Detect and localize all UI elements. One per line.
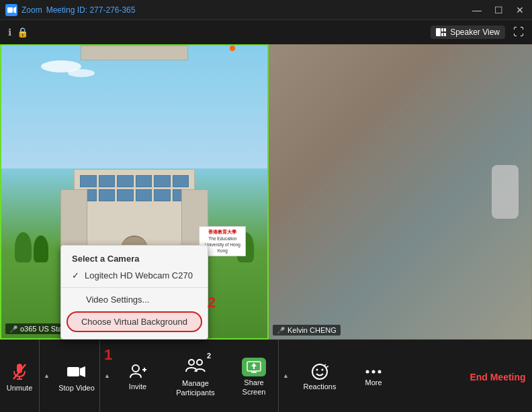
svg-rect-1: [7, 7, 13, 13]
top-bar: ℹ 🔒 Speaker View ⛶: [0, 20, 532, 44]
svg-point-17: [189, 360, 194, 365]
toolbar-buttons: Unmute ▲ Stop Video ▲: [0, 340, 532, 412]
participants-icon: [185, 357, 206, 374]
more-button[interactable]: More: [347, 340, 400, 412]
speaker-view-button[interactable]: Speaker View: [431, 25, 505, 39]
toolbar: Unmute ▲ Stop Video ▲: [0, 340, 532, 412]
menu-divider: [61, 287, 208, 288]
title-bar-controls: — ☐ ✕: [470, 3, 527, 17]
unmute-label: Unmute: [7, 384, 33, 393]
invite-label: Invite: [129, 382, 146, 391]
svg-point-28: [366, 370, 369, 373]
svg-point-24: [316, 368, 318, 370]
stop-video-button[interactable]: Stop Video: [54, 340, 99, 412]
lock-icon: 🔒: [17, 27, 28, 38]
share-screen-group: Share Screen ▲: [230, 340, 293, 412]
svg-marker-13: [80, 366, 85, 377]
stop-video-label: Stop Video: [58, 384, 95, 393]
unmute-caret-icon: ▲: [44, 372, 50, 379]
mic-off-icon-left: 🎤: [9, 325, 17, 333]
end-meeting-button[interactable]: End Meeting: [463, 340, 532, 412]
svg-point-29: [372, 370, 375, 373]
svg-point-25: [322, 368, 324, 370]
check-icon: ✓: [72, 270, 79, 280]
top-bar-right: Speaker View ⛶: [431, 25, 524, 39]
unmute-group: Unmute ▲: [0, 340, 54, 412]
more-label: More: [365, 378, 382, 387]
participant-name-right: 🎤 Kelvin CHENG: [273, 325, 341, 336]
title-text: Zoom: [21, 5, 42, 15]
share-screen-label: Share Screen: [232, 378, 275, 396]
context-menu: Select a Camera ✓ Logitech HD Webcam C27…: [60, 245, 208, 340]
fullscreen-icon[interactable]: ⛶: [513, 26, 524, 38]
speaker-view-icon: [436, 28, 447, 36]
close-button[interactable]: ✕: [513, 3, 527, 17]
share-screen-caret-button[interactable]: ▲: [278, 340, 293, 412]
end-meeting-label: End Meeting: [470, 372, 525, 383]
svg-point-14: [132, 365, 139, 372]
speaker-view-label: Speaker View: [450, 28, 500, 37]
microphone-icon: [13, 363, 26, 380]
reactions-label: Reactions: [304, 382, 337, 391]
virtual-background-item[interactable]: Choose Virtual Background 2: [66, 311, 202, 332]
svg-point-30: [378, 370, 382, 373]
invite-icon: [129, 363, 146, 380]
share-screen-button[interactable]: Share Screen: [230, 340, 278, 412]
toolbar-spacer: [400, 340, 463, 412]
svg-rect-7: [444, 33, 446, 36]
context-menu-title: Select a Camera: [61, 250, 208, 266]
invite-button[interactable]: Invite: [114, 340, 161, 412]
svg-point-18: [197, 360, 202, 365]
svg-rect-3: [436, 28, 441, 36]
participants-count-badge: 2: [207, 352, 211, 360]
reactions-icon: [311, 363, 328, 380]
svg-line-27: [326, 366, 328, 367]
svg-line-26: [324, 364, 326, 366]
manage-participants-label: Manage Participants: [164, 379, 227, 397]
mic-off-icon-right: 🎤: [277, 327, 285, 334]
reactions-button[interactable]: Reactions: [293, 340, 347, 412]
svg-rect-6: [441, 33, 443, 36]
title-bar: Zoom Meeting ID: 277-276-365 — ☐ ✕: [0, 0, 532, 20]
meeting-id-text: Meeting ID: 277-276-365: [46, 5, 136, 15]
svg-rect-4: [441, 28, 443, 32]
video-settings-item[interactable]: Video Settings...: [61, 291, 208, 309]
video-right-object: [492, 165, 519, 219]
more-icon: [365, 367, 382, 376]
maximize-button[interactable]: ☐: [492, 3, 505, 17]
info-icon[interactable]: ℹ: [8, 27, 11, 38]
share-screen-icon: [242, 358, 266, 376]
minimize-button[interactable]: —: [470, 3, 484, 17]
manage-participants-button[interactable]: 2 Manage Participants: [161, 340, 230, 412]
svg-rect-12: [67, 367, 79, 376]
annotation-2: 2: [208, 294, 216, 311]
top-bar-left: ℹ 🔒: [8, 27, 28, 38]
svg-marker-22: [251, 363, 257, 369]
title-bar-left: Zoom Meeting ID: 277-276-365: [5, 4, 135, 16]
annotation-1: 1: [104, 346, 112, 364]
camera-icon: [67, 365, 86, 378]
unmute-caret-button[interactable]: ▲: [39, 340, 54, 412]
video-right: 🎤 Kelvin CHENG: [269, 44, 532, 340]
camera-option-item[interactable]: ✓ Logitech HD Webcam C270: [61, 266, 208, 285]
svg-rect-5: [444, 28, 446, 32]
share-screen-caret-icon: ▲: [283, 372, 289, 379]
svg-point-23: [312, 364, 327, 379]
unmute-button[interactable]: Unmute: [0, 340, 39, 412]
stop-video-caret-icon: ▲: [104, 372, 110, 379]
zoom-logo-icon: [5, 4, 17, 16]
